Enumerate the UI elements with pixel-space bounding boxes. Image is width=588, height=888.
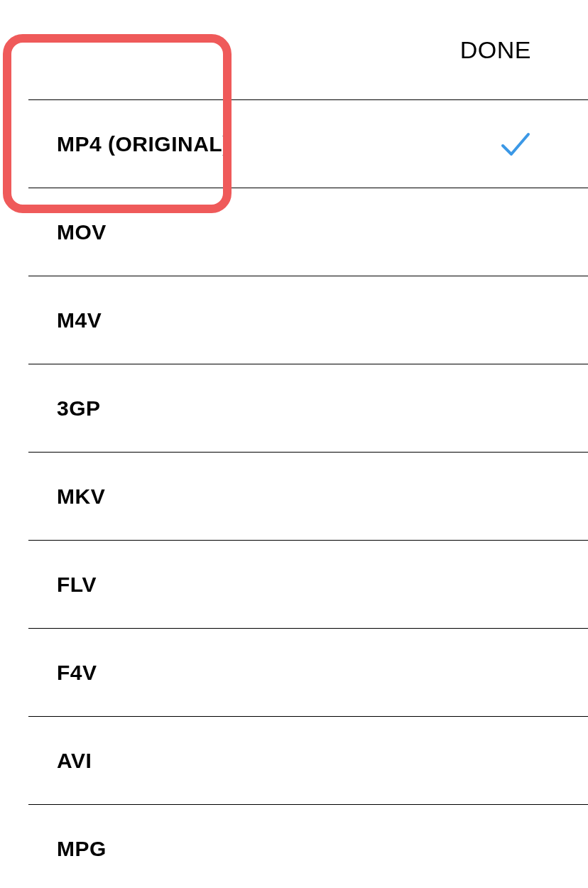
format-option-f4v[interactable]: F4V — [28, 629, 588, 717]
format-option-flv[interactable]: FLV — [28, 541, 588, 629]
format-option-3gp[interactable]: 3GP — [28, 364, 588, 453]
format-label: M4V — [57, 308, 102, 332]
format-label: 3GP — [57, 396, 101, 421]
format-option-mov[interactable]: MOV — [28, 188, 588, 276]
format-option-avi[interactable]: AVI — [28, 717, 588, 805]
format-option-mpg[interactable]: MPG — [28, 805, 588, 888]
format-option-mp4[interactable]: MP4 (ORIGINAL) — [28, 100, 588, 188]
format-list: MP4 (ORIGINAL) MOV M4V 3GP MKV FLV F4V A… — [28, 99, 588, 888]
format-label: MPG — [57, 837, 107, 861]
format-label: MKV — [57, 484, 105, 509]
header: DONE — [0, 0, 588, 99]
format-option-m4v[interactable]: M4V — [28, 276, 588, 364]
done-button[interactable]: DONE — [460, 36, 531, 64]
format-option-mkv[interactable]: MKV — [28, 453, 588, 541]
format-label: MP4 (ORIGINAL) — [57, 132, 230, 156]
format-label: AVI — [57, 749, 92, 773]
checkmark-icon — [500, 129, 531, 160]
format-label: F4V — [57, 661, 97, 685]
format-label: MOV — [57, 220, 107, 244]
format-label: FLV — [57, 573, 97, 597]
